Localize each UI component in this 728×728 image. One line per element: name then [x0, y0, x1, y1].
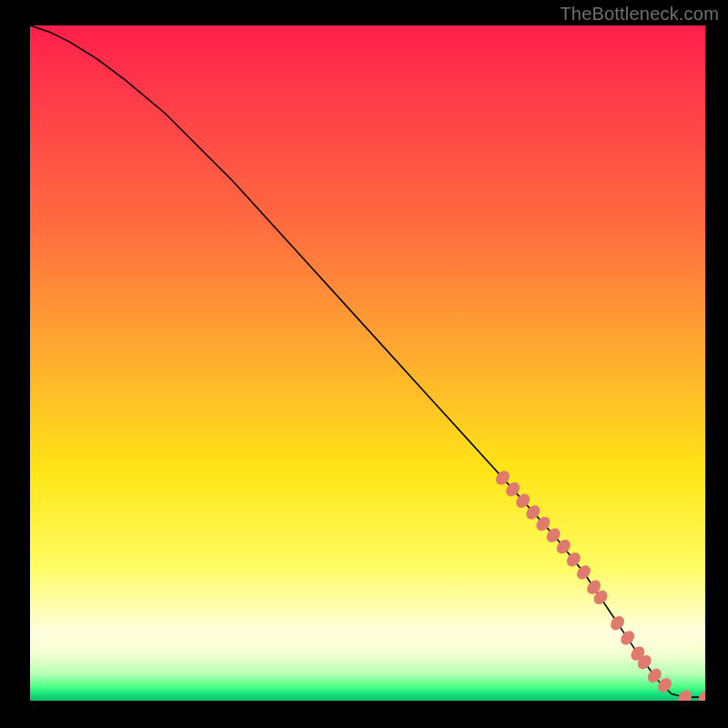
curve-marker: [675, 688, 694, 701]
plot-area: [30, 25, 705, 701]
curve-marker: [695, 688, 705, 701]
marker-group: [493, 468, 705, 701]
curve-marker: [608, 613, 627, 632]
curve-marker: [564, 550, 583, 569]
attribution-label: TheBottleneck.com: [560, 4, 719, 25]
chart-overlay: [30, 25, 705, 701]
curve-marker: [574, 562, 593, 581]
curve-marker: [618, 628, 637, 647]
chart-stage: TheBottleneck.com: [0, 0, 728, 728]
